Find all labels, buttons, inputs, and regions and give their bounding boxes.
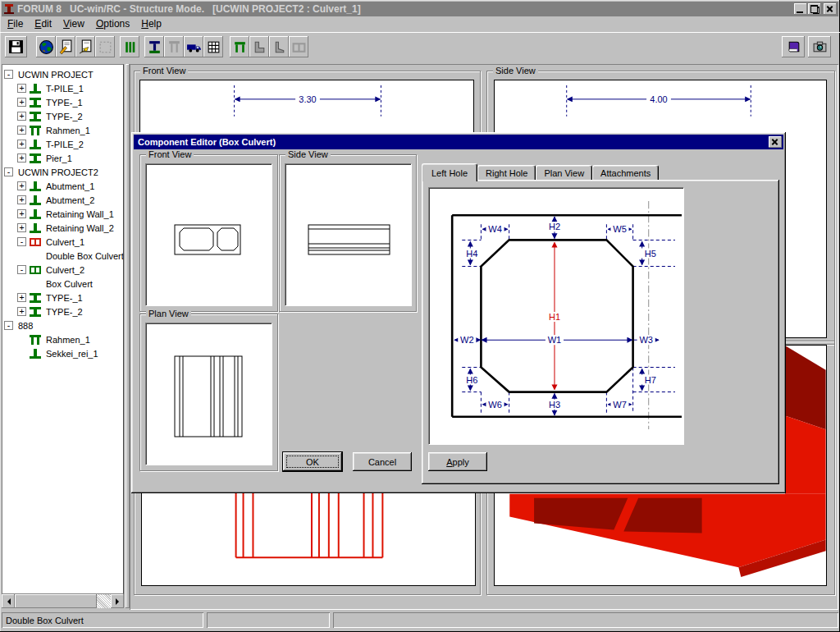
selection-marquee-icon xyxy=(98,39,113,55)
tree-expand-toggle[interactable] xyxy=(17,181,26,190)
menu-item[interactable]: File xyxy=(2,17,29,30)
tree-item-label: UCWIN PROJECT2 xyxy=(16,167,100,177)
tab[interactable]: Attachments xyxy=(592,165,659,181)
save-button[interactable] xyxy=(5,36,27,57)
tree-item-icon xyxy=(30,98,41,108)
tree-expand-toggle[interactable] xyxy=(17,307,26,316)
tree-expand-toggle[interactable] xyxy=(17,153,26,163)
tree-item[interactable]: Box Culvert xyxy=(2,277,123,291)
tree-item[interactable]: T-PILE_1 xyxy=(2,81,123,95)
tree-item[interactable]: Sekkei_rei_1 xyxy=(2,346,123,360)
tree-item[interactable]: TYPE-_1 xyxy=(2,291,123,305)
tree-item[interactable]: TYPE-_1 xyxy=(2,95,123,109)
dialog-front-view-caption: Front View xyxy=(146,149,194,159)
snapshot-camera-button[interactable] xyxy=(808,36,831,57)
tree-expand-toggle[interactable] xyxy=(17,237,26,246)
menu-item[interactable]: Edit xyxy=(29,17,57,30)
dim-label-h3: H3 xyxy=(549,400,560,410)
document-export-button[interactable] xyxy=(75,36,95,57)
tree-item[interactable]: 888 xyxy=(2,318,123,332)
ok-button[interactable]: OK xyxy=(283,452,342,471)
globe-view-button[interactable] xyxy=(36,36,56,57)
tree-item[interactable]: Pier_1 xyxy=(2,151,123,165)
tab[interactable]: Right Hole xyxy=(477,165,536,181)
tree-item-label: TYPE-_1 xyxy=(44,293,84,303)
t-pile-tool-button[interactable] xyxy=(164,36,184,57)
tab[interactable]: Plan View xyxy=(536,165,592,181)
selection-marquee-button[interactable] xyxy=(95,36,115,57)
menu-item[interactable]: View xyxy=(57,17,90,30)
cancel-button[interactable]: Cancel xyxy=(353,452,412,471)
vehicle-tool-button[interactable] xyxy=(184,36,203,57)
tree-expand-toggle[interactable] xyxy=(17,126,26,135)
project-tree: UCWIN PROJECT T-PILE_1 TYPE-_1 TYPE-_2 xyxy=(2,64,124,594)
culvert-tool-button[interactable] xyxy=(289,36,308,57)
grid-table-button[interactable] xyxy=(203,36,223,57)
tab[interactable]: Left Hole xyxy=(422,163,477,181)
tree-expand-toggle[interactable] xyxy=(17,84,26,93)
tree-expand-toggle[interactable] xyxy=(17,223,26,232)
status-bar: Double Box Culvert xyxy=(2,612,838,628)
menu-item[interactable]: Options xyxy=(90,17,135,30)
tree-item-icon xyxy=(30,181,41,191)
tree-item-label: Sekkei_rei_1 xyxy=(44,349,100,359)
tree-item[interactable]: Double Box Culvert xyxy=(2,249,123,263)
close-button[interactable] xyxy=(824,3,837,15)
tree-expand-toggle[interactable] xyxy=(4,321,13,330)
dim-label-h5: H5 xyxy=(645,249,656,259)
abutment-tool-button[interactable] xyxy=(249,36,269,57)
tree-expand-toggle[interactable] xyxy=(4,70,13,79)
tree-expand-toggle[interactable] xyxy=(4,167,13,176)
tree-item-icon xyxy=(30,266,41,274)
camera-icon xyxy=(812,39,828,55)
tree-expand-toggle[interactable] xyxy=(17,209,26,218)
scroll-right-button[interactable] xyxy=(111,594,124,608)
tree-expand-toggle[interactable] xyxy=(17,195,26,204)
scroll-left-button[interactable] xyxy=(2,594,15,608)
tree-item[interactable]: Retaining Wall_2 xyxy=(2,221,123,235)
window-title: FORUM 8 UC-win/RC - Structure Mode. [UCW… xyxy=(17,3,361,15)
dim-label-w7: W7 xyxy=(613,400,627,410)
tree-item[interactable]: Abutment_2 xyxy=(2,193,123,207)
tree-item[interactable]: Culvert_1 xyxy=(2,235,123,249)
dim-label-w3: W3 xyxy=(639,335,653,345)
dialog-close-button[interactable] xyxy=(769,136,782,148)
tree-expand-toggle[interactable] xyxy=(17,112,26,121)
tree-item[interactable]: TYPE-_2 xyxy=(2,109,123,123)
tree-item-icon xyxy=(30,209,41,219)
tree-item[interactable]: Retaining Wall_1 xyxy=(2,207,123,221)
close-icon xyxy=(824,3,837,15)
tree-item[interactable]: UCWIN PROJECT2 xyxy=(2,165,123,179)
menu-item[interactable]: Help xyxy=(135,17,167,30)
tree-horizontal-scrollbar[interactable] xyxy=(2,594,124,608)
tree-expand-toggle[interactable] xyxy=(17,265,26,274)
dialog-side-view-preview xyxy=(285,163,412,306)
tree-expand-toggle[interactable] xyxy=(17,293,26,302)
tree-item[interactable]: Rahmen_1 xyxy=(2,332,123,346)
tree-item[interactable]: Culvert_2 xyxy=(2,263,123,277)
pier-tool-button[interactable] xyxy=(144,36,164,57)
tree-item-label: Retaining Wall_1 xyxy=(44,209,116,219)
tree-item[interactable]: T-PILE_2 xyxy=(2,137,123,151)
tree-item-label: TYPE-_2 xyxy=(44,307,84,317)
tree-expand-toggle[interactable] xyxy=(17,140,26,149)
tree-item-icon xyxy=(30,153,41,163)
help-book-button[interactable] xyxy=(782,36,805,57)
frame-tool-button[interactable] xyxy=(230,36,249,57)
pile-tool-button[interactable] xyxy=(120,36,139,57)
retaining-wall-tool-button[interactable] xyxy=(269,36,289,57)
edit-document-button[interactable] xyxy=(56,36,75,57)
tree-item-label: T-PILE_2 xyxy=(44,140,85,149)
dim-label-w5: W5 xyxy=(613,224,627,234)
tree-item[interactable]: Abutment_1 xyxy=(2,179,123,193)
tree-item-label: 888 xyxy=(16,321,34,331)
tree-item[interactable]: Rahmen_1 xyxy=(2,123,123,137)
apply-button[interactable]: Apply xyxy=(428,452,487,471)
tree-item[interactable]: UCWIN PROJECT xyxy=(2,67,123,81)
tree-item-icon xyxy=(30,223,41,233)
scrollbar-thumb[interactable] xyxy=(15,594,97,608)
minimize-button[interactable] xyxy=(794,3,807,15)
tree-expand-toggle[interactable] xyxy=(17,98,26,107)
tree-item[interactable]: TYPE-_2 xyxy=(2,305,123,318)
restore-button[interactable] xyxy=(808,3,821,15)
